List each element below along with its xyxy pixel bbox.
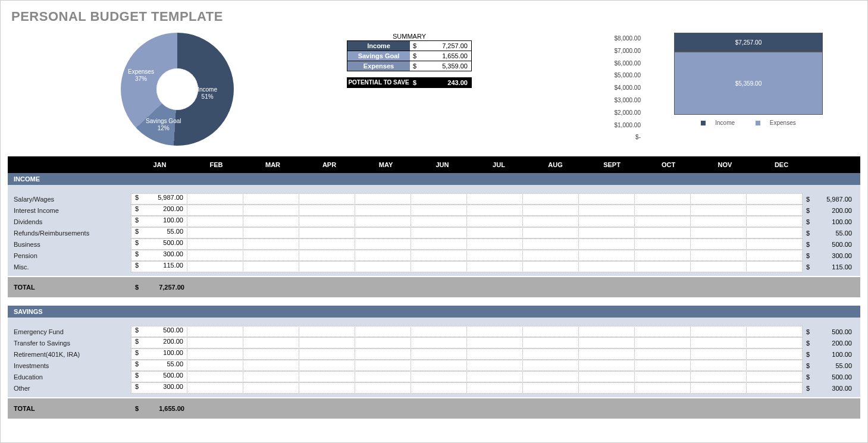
data-cell[interactable] <box>243 371 299 382</box>
data-cell[interactable] <box>522 382 579 394</box>
data-cell[interactable] <box>243 261 299 272</box>
data-cell[interactable] <box>690 261 747 272</box>
data-cell[interactable] <box>355 348 411 360</box>
data-cell[interactable] <box>243 238 299 250</box>
data-cell[interactable] <box>466 326 523 337</box>
data-cell[interactable] <box>522 227 579 238</box>
data-cell[interactable] <box>746 205 803 216</box>
data-cell[interactable] <box>466 348 523 360</box>
data-cell[interactable] <box>411 326 467 337</box>
data-cell[interactable] <box>578 193 635 205</box>
data-cell[interactable] <box>187 238 243 250</box>
data-cell[interactable] <box>187 227 243 238</box>
data-cell[interactable] <box>522 193 579 205</box>
data-cell[interactable] <box>578 348 635 360</box>
data-cell[interactable] <box>299 360 355 371</box>
data-cell[interactable] <box>187 382 243 394</box>
data-cell[interactable] <box>578 337 635 348</box>
data-cell[interactable] <box>466 371 523 382</box>
data-cell[interactable] <box>578 371 635 382</box>
data-cell[interactable] <box>355 193 411 205</box>
data-cell[interactable] <box>466 382 523 394</box>
data-cell[interactable] <box>299 193 355 205</box>
data-cell[interactable] <box>355 371 411 382</box>
data-cell[interactable]: $500.00 <box>131 238 187 250</box>
data-cell[interactable]: $55.00 <box>131 227 187 238</box>
data-cell[interactable] <box>411 250 467 261</box>
data-cell[interactable] <box>578 250 635 261</box>
data-cell[interactable] <box>690 326 747 337</box>
data-cell[interactable] <box>690 250 747 261</box>
data-cell[interactable] <box>466 250 523 261</box>
data-cell[interactable] <box>411 261 467 272</box>
data-cell[interactable] <box>187 205 243 216</box>
data-cell[interactable] <box>522 326 579 337</box>
data-cell[interactable] <box>355 216 411 227</box>
data-cell[interactable] <box>578 360 635 371</box>
data-cell[interactable] <box>355 337 411 348</box>
data-cell[interactable] <box>243 348 299 360</box>
data-cell[interactable]: $115.00 <box>131 261 187 272</box>
data-cell[interactable] <box>578 227 635 238</box>
data-cell[interactable] <box>690 193 747 205</box>
data-cell[interactable] <box>522 238 579 250</box>
data-cell[interactable] <box>690 205 747 216</box>
data-cell[interactable] <box>746 360 803 371</box>
data-cell[interactable] <box>746 382 803 394</box>
data-cell[interactable] <box>746 348 803 360</box>
data-cell[interactable] <box>243 337 299 348</box>
data-cell[interactable] <box>578 382 635 394</box>
data-cell[interactable] <box>299 205 355 216</box>
data-cell[interactable] <box>746 238 803 250</box>
data-cell[interactable] <box>634 348 691 360</box>
data-cell[interactable]: $500.00 <box>131 371 187 382</box>
data-cell[interactable] <box>634 227 691 238</box>
data-cell[interactable] <box>746 371 803 382</box>
data-cell[interactable] <box>746 250 803 261</box>
data-cell[interactable] <box>299 326 355 337</box>
data-cell[interactable] <box>466 238 523 250</box>
data-cell[interactable] <box>243 382 299 394</box>
data-cell[interactable] <box>466 205 523 216</box>
data-cell[interactable] <box>522 371 579 382</box>
data-cell[interactable] <box>578 238 635 250</box>
data-cell[interactable] <box>746 326 803 337</box>
data-cell[interactable] <box>299 216 355 227</box>
data-cell[interactable] <box>634 371 691 382</box>
data-cell[interactable] <box>522 337 579 348</box>
data-cell[interactable] <box>746 216 803 227</box>
data-cell[interactable] <box>411 193 467 205</box>
data-cell[interactable] <box>746 193 803 205</box>
data-cell[interactable] <box>466 227 523 238</box>
data-cell[interactable] <box>299 337 355 348</box>
data-cell[interactable] <box>522 360 579 371</box>
data-cell[interactable] <box>690 371 747 382</box>
data-cell[interactable] <box>355 227 411 238</box>
data-cell[interactable] <box>466 261 523 272</box>
data-cell[interactable] <box>187 216 243 227</box>
data-cell[interactable] <box>466 360 523 371</box>
data-cell[interactable] <box>355 205 411 216</box>
data-cell[interactable] <box>634 261 691 272</box>
data-cell[interactable] <box>411 360 467 371</box>
data-cell[interactable] <box>355 360 411 371</box>
data-cell[interactable] <box>243 360 299 371</box>
data-cell[interactable] <box>690 337 747 348</box>
data-cell[interactable] <box>355 326 411 337</box>
data-cell[interactable] <box>466 216 523 227</box>
data-cell[interactable] <box>746 227 803 238</box>
data-cell[interactable] <box>746 337 803 348</box>
data-cell[interactable] <box>187 337 243 348</box>
data-cell[interactable] <box>299 250 355 261</box>
data-cell[interactable] <box>411 371 467 382</box>
data-cell[interactable] <box>634 360 691 371</box>
data-cell[interactable] <box>411 348 467 360</box>
data-cell[interactable] <box>634 250 691 261</box>
data-cell[interactable] <box>690 227 747 238</box>
data-cell[interactable] <box>411 337 467 348</box>
data-cell[interactable]: $500.00 <box>131 326 187 337</box>
data-cell[interactable] <box>187 360 243 371</box>
data-cell[interactable] <box>243 250 299 261</box>
data-cell[interactable] <box>411 382 467 394</box>
data-cell[interactable] <box>243 326 299 337</box>
